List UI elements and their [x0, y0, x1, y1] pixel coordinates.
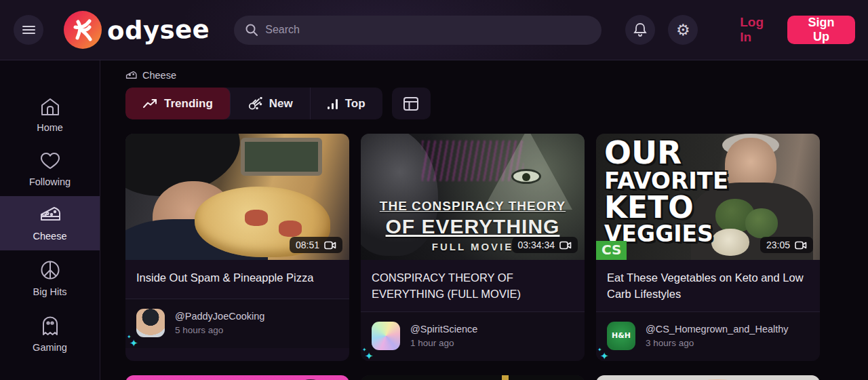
- search-input[interactable]: [265, 24, 591, 36]
- search-bar[interactable]: [234, 16, 601, 45]
- camera-icon: [324, 241, 336, 250]
- sidebar-item-label: Gaming: [33, 342, 67, 353]
- log-in-link[interactable]: Log In: [740, 15, 772, 45]
- video-thumbnail[interactable]: OUR FAVORITE KETO VEGGIES CS 23:05: [596, 134, 820, 260]
- video-thumbnail[interactable]: [596, 375, 820, 380]
- video-grid-row-2: [125, 375, 868, 380]
- sidebar-item-home[interactable]: Home: [0, 88, 100, 142]
- video-title[interactable]: Eat These Vegetables on Keto and Low Car…: [596, 260, 820, 312]
- cheese-small-icon: [125, 71, 137, 81]
- video-card[interactable]: 08:51 Inside Out Spam & Pineapple Pizza …: [125, 134, 349, 361]
- publish-time: 3 hours ago: [646, 338, 789, 348]
- video-card[interactable]: [125, 375, 349, 380]
- sidebar-item-gaming[interactable]: Gaming: [0, 306, 100, 362]
- odysee-logo[interactable]: odysee: [64, 11, 210, 49]
- tab-label: Top: [345, 97, 366, 111]
- tab-new[interactable]: New: [231, 88, 311, 119]
- video-thumbnail[interactable]: THE CONSPIRACY THEORY OF EVERYTHING FULL…: [361, 134, 585, 260]
- channel-avatar[interactable]: H&H: [607, 322, 635, 350]
- channel-name[interactable]: @SpiritScience: [410, 324, 477, 335]
- publish-time: 5 hours ago: [175, 325, 264, 335]
- notifications-button[interactable]: [625, 15, 655, 45]
- layout-grid-icon: [403, 96, 419, 111]
- channel-row[interactable]: H&H ✦✦ @CS_Homegrown_and_Healthy 3 hours…: [596, 312, 820, 361]
- thumbnail-text: KETO: [604, 193, 728, 223]
- cheese-icon: [39, 206, 61, 225]
- channel-avatar[interactable]: [372, 322, 400, 350]
- video-card[interactable]: [596, 375, 820, 380]
- publish-time: 1 hour ago: [410, 338, 477, 348]
- thumbnail-text: THE CONSPIRACY THEORY: [361, 199, 585, 214]
- video-card[interactable]: OUR FAVORITE KETO VEGGIES CS 23:05 Eat T…: [596, 134, 820, 361]
- bar-chart-icon: [328, 98, 338, 110]
- sidebar: Home Following Cheese Big Hits Gaming: [0, 60, 100, 380]
- channel-row[interactable]: ✦✦ @PaddyJoeCooking 5 hours ago: [125, 299, 349, 348]
- sidebar-item-label: Following: [29, 176, 71, 187]
- peace-icon: [40, 260, 60, 280]
- topbar-actions: ⚙ Log In Sign Up: [612, 15, 868, 45]
- settings-button[interactable]: ⚙: [668, 15, 698, 45]
- tab-top[interactable]: Top: [311, 88, 382, 119]
- duration-badge: 23:05: [760, 237, 813, 253]
- main-content: Cheese Trending New: [101, 60, 868, 380]
- sidebar-item-label: Big Hits: [33, 286, 67, 297]
- thumbnail-text: OUR: [604, 136, 728, 169]
- thumbnail-cs-badge: CS: [596, 241, 627, 260]
- tab-label: New: [269, 97, 293, 111]
- top-bar: odysee ⚙ Log In Sign Up: [0, 0, 868, 60]
- logo-wordmark: odysee: [107, 14, 210, 45]
- channel-avatar[interactable]: [136, 309, 165, 337]
- odysee-spaceman-icon: [64, 11, 102, 49]
- heart-icon: [40, 151, 60, 170]
- sign-up-button[interactable]: Sign Up: [787, 16, 855, 44]
- duration-text: 08:51: [296, 240, 319, 250]
- menu-button[interactable]: [14, 15, 43, 45]
- home-icon: [40, 97, 60, 116]
- filter-tab-row: Trending New Top: [125, 88, 868, 119]
- sidebar-item-label: Cheese: [33, 231, 67, 242]
- comet-icon: [248, 97, 262, 111]
- thumbnail-text: FAVORITE: [604, 169, 728, 193]
- channel-row[interactable]: ✦✦ @SpiritScience 1 hour ago: [361, 312, 585, 361]
- trending-icon: [142, 98, 157, 109]
- sidebar-item-big-hits[interactable]: Big Hits: [0, 250, 100, 306]
- search-icon: [245, 23, 258, 37]
- breadcrumb[interactable]: Cheese: [125, 70, 868, 81]
- video-title[interactable]: Inside Out Spam & Pineapple Pizza: [125, 260, 349, 299]
- video-grid: 08:51 Inside Out Spam & Pineapple Pizza …: [125, 134, 868, 361]
- video-thumbnail[interactable]: [361, 375, 585, 380]
- camera-icon: [795, 241, 807, 250]
- channel-name[interactable]: @CS_Homegrown_and_Healthy: [646, 324, 789, 335]
- tab-label: Trending: [164, 97, 213, 111]
- video-thumbnail[interactable]: 08:51: [125, 134, 349, 260]
- duration-text: 23:05: [766, 240, 790, 250]
- bell-icon: [633, 22, 648, 38]
- thumbnail-text: OF EVERYTHING: [361, 215, 585, 238]
- video-card[interactable]: THE CONSPIRACY THEORY OF EVERYTHING FULL…: [361, 134, 585, 361]
- avatar-text: H&H: [612, 331, 631, 340]
- video-card[interactable]: [361, 375, 585, 380]
- tab-trending[interactable]: Trending: [125, 88, 231, 119]
- duration-text: 03:34:34: [518, 240, 555, 250]
- gear-icon: ⚙: [676, 21, 690, 39]
- tabs-group: Trending New Top: [125, 88, 382, 119]
- ghost-icon: [41, 316, 60, 336]
- layout-view-button[interactable]: [392, 88, 431, 119]
- hamburger-icon: [22, 24, 35, 35]
- video-title[interactable]: CONSPIRACY THEORY OF EVERYTHING (FULL MO…: [361, 260, 585, 312]
- video-thumbnail[interactable]: [125, 375, 349, 380]
- channel-name[interactable]: @PaddyJoeCooking: [175, 311, 264, 322]
- sidebar-item-label: Home: [37, 122, 63, 133]
- duration-badge: 08:51: [290, 237, 342, 253]
- camera-icon: [559, 241, 572, 250]
- sidebar-item-cheese[interactable]: Cheese: [0, 196, 100, 250]
- duration-badge: 03:34:34: [512, 237, 578, 253]
- breadcrumb-label: Cheese: [142, 70, 176, 81]
- sidebar-item-following[interactable]: Following: [0, 142, 100, 196]
